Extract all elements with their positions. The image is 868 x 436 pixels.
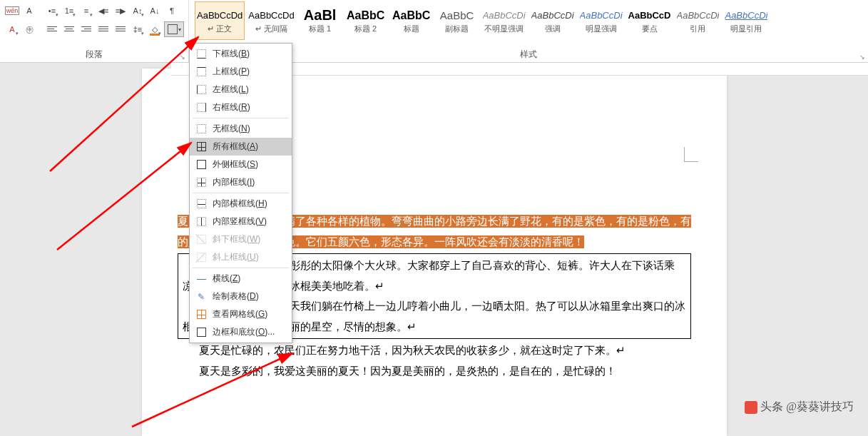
style-item[interactable]: AaBbCcDi明显引用 bbox=[723, 1, 770, 40]
menu-item-inside[interactable]: 内部框线(I) bbox=[190, 173, 292, 191]
style-item[interactable]: AaBl标题 1 bbox=[298, 1, 342, 40]
menu-item-label: 上框线(P) bbox=[213, 66, 250, 78]
ribbon: wén A •≡ 1≡ ≡ ◀≡ ≡▶ A↕ A↓ ¶ A ㊥ bbox=[0, 0, 868, 63]
decrease-indent-button[interactable]: ◀≡ bbox=[96, 3, 111, 19]
chevron-down-icon: ▾ bbox=[178, 26, 181, 33]
style-preview: AaBbC bbox=[440, 8, 474, 24]
paragraph-section-label: 段落 ↘ bbox=[0, 47, 188, 62]
document-area: 夏天是美丽的。墙上爬满了各种各样的植物。弯弯曲曲的小路旁边长满了野花，有的是紫色… bbox=[0, 63, 868, 436]
border-icon bbox=[168, 24, 178, 34]
menu-item-top[interactable]: 上框线(P) bbox=[190, 63, 292, 81]
paragraph: 夏天是忙碌的，农民们正在努力地干活，因为秋天农民的收获多少，就在这时定了下来。↵ bbox=[178, 340, 691, 361]
align-right-button[interactable] bbox=[78, 21, 94, 37]
styles-dialog-launcher[interactable]: ↘ bbox=[859, 54, 865, 61]
align-center-button[interactable] bbox=[61, 21, 77, 37]
menu-item-grid[interactable]: 查看网格线(G) bbox=[190, 305, 292, 323]
menu-item-h[interactable]: 内部横框线(H) bbox=[190, 195, 292, 213]
margin-mark-icon bbox=[684, 161, 705, 183]
menu-item-label: 内部框线(I) bbox=[213, 176, 255, 188]
style-item[interactable]: AaBbCcDi不明显强调 bbox=[481, 1, 528, 40]
sort-button[interactable]: A↓ bbox=[147, 3, 163, 19]
menu-item-right[interactable]: 右框线(R) bbox=[190, 98, 292, 116]
style-preview: AaBbCcDi bbox=[483, 8, 526, 24]
style-preview: AaBbCcD bbox=[628, 8, 671, 24]
menu-item-label: 左框线(L) bbox=[213, 83, 249, 96]
paragraph: 夏天是多彩的，我爱这美丽的夏天！因为夏是美丽的，是炎热的，是自在的，是忙碌的！ bbox=[178, 361, 691, 382]
style-item[interactable]: AaBbC标题 2 bbox=[344, 1, 388, 40]
menu-item-label: 绘制表格(D) bbox=[213, 290, 259, 303]
increase-indent-button[interactable]: ≡▶ bbox=[113, 3, 128, 19]
menu-item-draw[interactable]: ✎绘制表格(D) bbox=[190, 288, 292, 305]
paragraph-dialog-launcher[interactable]: ↘ bbox=[180, 54, 185, 61]
menu-item-diag-down: 斜下框线(W) bbox=[190, 230, 292, 248]
style-preview: AaBbCcDi bbox=[580, 8, 623, 24]
style-name: 要点 bbox=[642, 24, 658, 34]
align-left-button[interactable] bbox=[44, 21, 60, 37]
align-distributed-button[interactable] bbox=[113, 21, 128, 37]
style-preview: AaBbCcDd bbox=[197, 8, 242, 24]
style-preview: AaBbCcDi bbox=[725, 8, 767, 24]
menu-item-label: 横线(Z) bbox=[213, 273, 240, 285]
style-preview: AaBl bbox=[304, 8, 337, 24]
borders-dropdown-menu: 下框线(B)上框线(P)左框线(L)右框线(R)无框线(N)所有框线(A)外侧框… bbox=[189, 43, 292, 343]
style-name: ↵ 无间隔 bbox=[255, 24, 287, 34]
style-item[interactable]: AaBbCcDi引用 bbox=[675, 1, 722, 40]
menu-separator bbox=[193, 193, 289, 193]
watermark-logo-icon bbox=[745, 401, 757, 414]
enclose-char-button[interactable]: ㊥ bbox=[21, 21, 37, 37]
style-item[interactable]: AaBbCcDd↵ 无间隔 bbox=[246, 1, 296, 40]
char-border-button[interactable]: A bbox=[21, 3, 37, 19]
style-item[interactable]: AaBbC副标题 bbox=[435, 1, 479, 40]
style-name: 明显强调 bbox=[586, 24, 617, 34]
style-item[interactable]: AaBbCcDi强调 bbox=[529, 1, 576, 40]
style-preview: AaBbC bbox=[347, 8, 384, 24]
paragraph-section: wén A •≡ 1≡ ≡ ◀≡ ≡▶ A↕ A↓ ¶ A ㊥ bbox=[0, 0, 189, 62]
style-name: 标题 1 bbox=[309, 24, 331, 34]
style-item[interactable]: AaBbCcDi明显强调 bbox=[578, 1, 625, 40]
menu-item-label: 斜上框线(U) bbox=[213, 251, 259, 263]
menu-item-left[interactable]: 左框线(L) bbox=[190, 81, 292, 98]
menu-separator bbox=[193, 118, 289, 118]
menu-item-hline[interactable]: 横线(Z) bbox=[190, 270, 292, 288]
menu-item-dialog[interactable]: 边框和底纹(O)... bbox=[190, 323, 292, 341]
style-name: 明显引用 bbox=[730, 24, 762, 34]
show-marks-button[interactable]: ¶ bbox=[164, 3, 180, 19]
style-name: 标题 2 bbox=[354, 24, 377, 34]
menu-item-v[interactable]: 内部竖框线(V) bbox=[190, 213, 292, 230]
style-preview: AaBbCcDi bbox=[531, 8, 574, 24]
line-spacing-button[interactable]: ‡≡ bbox=[130, 21, 145, 37]
menu-item-bottom[interactable]: 下框线(B) bbox=[190, 45, 292, 63]
style-preview: AaBbCcDi bbox=[677, 8, 720, 24]
multilevel-button[interactable]: ≡ bbox=[78, 3, 94, 19]
menu-item-label: 无框线(N) bbox=[213, 123, 250, 135]
char-shading-button[interactable]: A bbox=[4, 21, 20, 37]
bullets-button[interactable]: •≡ bbox=[44, 3, 60, 19]
style-item[interactable]: AaBbC标题 bbox=[389, 1, 434, 40]
menu-item-label: 边框和底纹(O)... bbox=[213, 326, 275, 338]
style-name: ↵ 正文 bbox=[208, 24, 232, 34]
styles-gallery: AaBbCcDd↵ 正文AaBbCcDd↵ 无间隔AaBl标题 1AaBbC标题… bbox=[189, 0, 868, 47]
menu-item-diag-up: 斜上框线(U) bbox=[190, 248, 292, 266]
numbering-button[interactable]: 1≡ bbox=[61, 3, 77, 19]
style-item[interactable]: AaBbCcDd↵ 正文 bbox=[195, 1, 245, 40]
menu-item-all[interactable]: 所有框线(A) bbox=[190, 138, 292, 156]
borders-button[interactable]: ▾ bbox=[164, 21, 184, 37]
menu-separator bbox=[193, 268, 289, 268]
menu-item-outside[interactable]: 外侧框线(S) bbox=[190, 156, 292, 173]
menu-item-none[interactable]: 无框线(N) bbox=[190, 120, 292, 138]
style-item[interactable]: AaBbCcD要点 bbox=[626, 1, 673, 40]
watermark: 头条 @葵葵讲技巧 bbox=[745, 400, 854, 415]
menu-item-label: 查看网格线(G) bbox=[213, 308, 267, 320]
phonetic-guide-button[interactable]: wén bbox=[4, 3, 20, 19]
style-preview: AaBbC bbox=[392, 8, 430, 24]
text-direction-button[interactable]: A↕ bbox=[130, 3, 145, 19]
style-name: 标题 bbox=[404, 24, 419, 34]
shading-button[interactable]: ◇ bbox=[147, 21, 163, 37]
menu-item-label: 所有框线(A) bbox=[213, 141, 258, 153]
style-preview: AaBbCcDd bbox=[248, 8, 294, 24]
style-name: 引用 bbox=[690, 24, 705, 34]
style-name: 副标题 bbox=[445, 24, 469, 34]
menu-item-label: 斜下框线(W) bbox=[213, 233, 260, 245]
align-justify-button[interactable] bbox=[96, 21, 111, 37]
menu-item-label: 右框线(R) bbox=[213, 101, 250, 113]
